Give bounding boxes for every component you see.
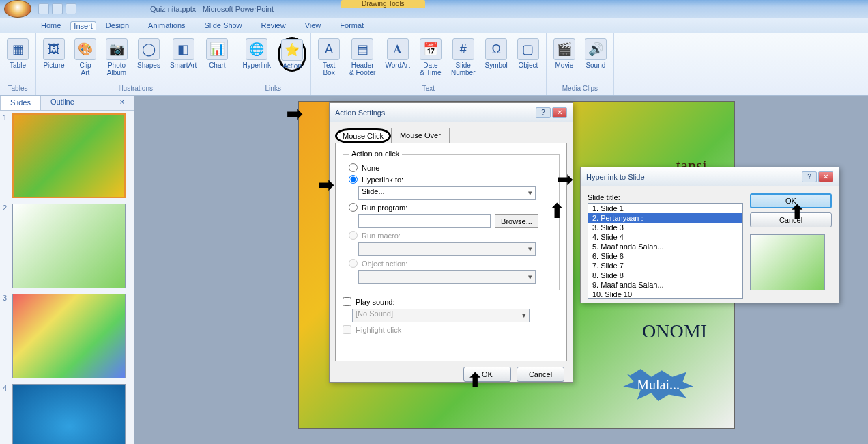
group-label: Action on click xyxy=(349,150,402,158)
list-item[interactable]: 3. Slide 3 xyxy=(588,223,742,232)
tab-insert[interactable]: Insert xyxy=(70,21,96,30)
textbox-icon: A xyxy=(318,38,340,60)
dialog-title: Action Settings xyxy=(335,109,385,117)
list-item[interactable]: 10. Slide 10 xyxy=(588,290,742,299)
list-item[interactable]: 6. Slide 6 xyxy=(588,251,742,261)
cancel-button[interactable]: Cancel xyxy=(517,367,564,382)
list-item[interactable]: 7. Slide 7 xyxy=(588,261,742,270)
movie-button[interactable]: 🎬Movie xyxy=(551,37,578,70)
slide-thumbnail-1[interactable] xyxy=(12,113,126,198)
list-item[interactable]: 4. Slide 4 xyxy=(588,232,742,242)
radio-hyperlink-input[interactable] xyxy=(349,175,358,184)
tab-mouse-over[interactable]: Mouse Over xyxy=(391,128,450,143)
table-button[interactable]: ▦Table xyxy=(4,37,31,70)
radio-none-input[interactable] xyxy=(349,163,358,172)
textbox-button[interactable]: AText Box xyxy=(315,37,343,78)
list-item[interactable]: 1. Slide 1 xyxy=(588,204,742,213)
radio-runprogram[interactable]: Run program: xyxy=(349,203,553,212)
chart-icon: 📊 xyxy=(206,38,228,60)
list-item[interactable]: 2. Pertanyaan : xyxy=(588,213,742,223)
thumb-number: 2 xyxy=(3,204,10,288)
tab-outline[interactable]: Outline xyxy=(41,96,84,110)
sound-button[interactable]: 🔊Sound xyxy=(582,37,609,70)
qat-save-icon[interactable] xyxy=(38,3,49,14)
slide-thumbnails: 1 2 3 4 xyxy=(0,111,134,444)
ok-button[interactable]: OK xyxy=(463,367,511,382)
slide-list[interactable]: 1. Slide 12. Pertanyaan :3. Slide 34. Sl… xyxy=(588,203,743,299)
dialog-buttons: OK Cancel xyxy=(330,367,573,389)
list-item[interactable]: 5. Maaf anda Salah... xyxy=(588,242,742,251)
close-icon[interactable]: ✕ xyxy=(818,171,833,182)
object-button[interactable]: ▢Object xyxy=(515,37,542,70)
dialog-titlebar[interactable]: Action Settings ? ✕ xyxy=(330,103,573,122)
hyperlink-icon: 🌐 xyxy=(246,38,267,60)
mulai-shape[interactable]: Mulai... xyxy=(623,369,693,401)
action-button[interactable]: ⭐Action xyxy=(278,37,306,72)
check-playsound-input[interactable] xyxy=(343,297,351,306)
dialog-titlebar[interactable]: Hyperlink to Slide ? ✕ xyxy=(581,167,839,186)
qat-redo-icon[interactable] xyxy=(66,3,76,14)
radio-none[interactable]: None xyxy=(349,163,553,172)
object-icon: ▢ xyxy=(517,38,539,60)
radio-runprogram-input[interactable] xyxy=(349,203,358,212)
objectaction-combo xyxy=(358,270,536,284)
tab-mouse-click[interactable]: Mouse Click xyxy=(335,128,391,143)
hyperlink-combo[interactable]: Slide... xyxy=(358,186,536,200)
help-icon[interactable]: ? xyxy=(536,107,551,118)
radio-hyperlink[interactable]: Hyperlink to: xyxy=(349,175,553,184)
close-icon[interactable]: ✕ xyxy=(552,107,567,118)
list-item[interactable]: 8. Slide 8 xyxy=(588,270,742,280)
tab-slideshow[interactable]: Slide Show xyxy=(195,19,252,31)
slide-text: ONOMI xyxy=(642,320,707,342)
hyperlink-to-slide-dialog: Hyperlink to Slide ? ✕ Slide title: 1. S… xyxy=(580,167,839,303)
radio-runmacro-input xyxy=(349,231,358,240)
tab-animations[interactable]: Animations xyxy=(139,19,194,31)
clipart-button[interactable]: 🎨Clip Art xyxy=(72,37,99,78)
datetime-button[interactable]: 📅Date & Time xyxy=(417,37,444,78)
slidenumber-button[interactable]: #Slide Number xyxy=(448,37,478,78)
panel-close-icon[interactable]: × xyxy=(111,96,134,110)
radio-runmacro: Run macro: xyxy=(349,231,553,240)
ribbon-tabs: Home Insert Design Animations Slide Show… xyxy=(0,18,868,33)
slidenumber-icon: # xyxy=(452,38,474,60)
chart-button[interactable]: 📊Chart xyxy=(203,37,231,70)
wordart-button[interactable]: 𝐀WordArt xyxy=(382,37,413,70)
browse-button[interactable]: Browse... xyxy=(495,214,538,228)
group-tables: ▦Table Tables xyxy=(0,33,36,95)
headerfooter-button[interactable]: ▤Header & Footer xyxy=(347,37,378,78)
wordart-icon: 𝐀 xyxy=(387,38,409,60)
cancel-button[interactable]: Cancel xyxy=(750,212,832,227)
tab-view[interactable]: View xyxy=(295,19,331,31)
hyperlink-button[interactable]: 🌐Hyperlink xyxy=(240,37,274,70)
check-highlight: Highlight click xyxy=(343,325,560,334)
office-button[interactable] xyxy=(4,0,31,18)
symbol-button[interactable]: ΩSymbol xyxy=(482,37,510,70)
window-title: Quiz nita.pptx - Microsoft PowerPoint xyxy=(150,5,274,13)
dialog-title: Hyperlink to Slide xyxy=(586,173,645,181)
slide-title-label: Slide title: xyxy=(588,193,743,202)
slide-thumbnail-2[interactable] xyxy=(12,204,126,288)
tab-slides[interactable]: Slides xyxy=(0,96,41,110)
help-icon[interactable]: ? xyxy=(802,171,817,182)
photoalbum-button[interactable]: 📷Photo Album xyxy=(103,37,130,78)
picture-button[interactable]: 🖼Picture xyxy=(40,37,68,70)
qat-undo-icon[interactable] xyxy=(52,3,63,14)
thumb-number: 4 xyxy=(3,384,10,444)
ok-button[interactable]: OK xyxy=(750,193,832,208)
tab-review[interactable]: Review xyxy=(252,19,295,31)
tab-format[interactable]: Format xyxy=(330,19,373,31)
dialog-tabs: Mouse Click Mouse Over xyxy=(330,122,573,143)
smartart-button[interactable]: ◧SmartArt xyxy=(167,37,199,70)
tab-design[interactable]: Design xyxy=(96,19,139,31)
runprogram-field[interactable] xyxy=(358,214,491,228)
group-text: AText Box ▤Header & Footer 𝐀WordArt 📅Dat… xyxy=(311,33,547,95)
tab-home[interactable]: Home xyxy=(31,19,70,31)
list-item[interactable]: 9. Maaf anda Salah... xyxy=(588,280,742,290)
slide-thumbnail-3[interactable] xyxy=(12,294,126,378)
slide-thumbnail-4[interactable] xyxy=(12,384,126,444)
runmacro-combo xyxy=(358,242,536,256)
table-icon: ▦ xyxy=(7,38,29,60)
check-playsound[interactable]: Play sound: xyxy=(343,297,560,306)
symbol-icon: Ω xyxy=(485,38,507,60)
shapes-button[interactable]: ◯Shapes xyxy=(134,37,163,70)
